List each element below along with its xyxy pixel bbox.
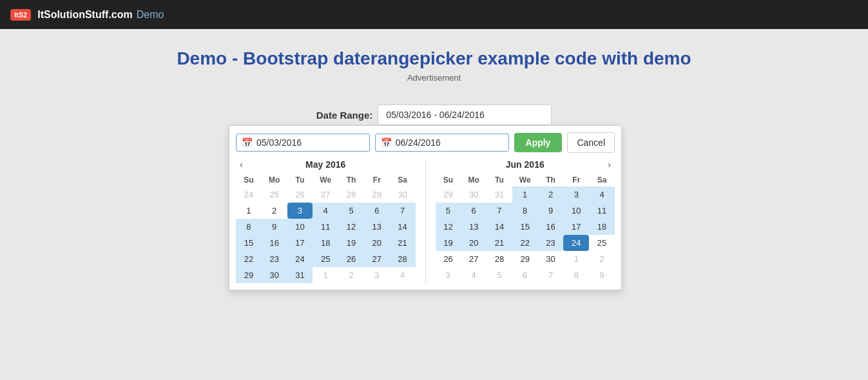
calendar-day[interactable]: 10 <box>563 203 589 219</box>
calendar-day[interactable]: 24 <box>287 251 313 267</box>
calendar-day[interactable]: 21 <box>487 235 512 251</box>
calendar-day[interactable]: 17 <box>287 235 313 251</box>
calendar-day[interactable]: 20 <box>364 235 390 251</box>
calendar-day[interactable]: 22 <box>236 251 262 267</box>
calendar-day[interactable]: 28 <box>390 251 416 267</box>
calendar-week-row: 15161718192021 <box>236 235 416 251</box>
calendar-day[interactable]: 16 <box>262 235 287 251</box>
start-date-value: 05/03/2016 <box>256 137 302 148</box>
calendar-day[interactable]: 4 <box>589 186 615 203</box>
calendar-day[interactable]: 11 <box>589 203 615 219</box>
calendar-divider <box>425 159 426 283</box>
calendar-day[interactable]: 4 <box>313 203 338 219</box>
calendar-day[interactable]: 18 <box>589 219 615 235</box>
calendar-day[interactable]: 16 <box>538 219 564 235</box>
calendar-day: 29 <box>436 186 461 203</box>
calendar-day[interactable]: 2 <box>538 186 564 203</box>
day-header: Mo <box>262 174 287 186</box>
calendar-day[interactable]: 15 <box>236 235 262 251</box>
day-header: Su <box>236 174 262 186</box>
calendar-day[interactable]: 6 <box>461 203 487 219</box>
calendar-day[interactable]: 8 <box>512 203 538 219</box>
day-header: We <box>313 174 338 186</box>
calendar-day[interactable]: 26 <box>436 251 461 267</box>
calendar-day[interactable]: 12 <box>338 219 364 235</box>
calendar-day: 25 <box>262 186 287 203</box>
calendar-day[interactable]: 29 <box>512 251 538 267</box>
calendar-day[interactable]: 24 <box>563 235 589 251</box>
calendar-day[interactable]: 11 <box>313 219 338 235</box>
calendar-day[interactable]: 2 <box>262 203 287 219</box>
calendar-week-row: 12131415161718 <box>436 219 615 235</box>
day-header: Tu <box>487 174 512 186</box>
jun-calendar-title: Jun 2016 <box>506 159 545 170</box>
may-calendar-title: May 2016 <box>305 159 345 170</box>
day-header: Th <box>538 174 564 186</box>
calendar-day[interactable]: 13 <box>364 219 390 235</box>
calendar-day[interactable]: 22 <box>512 235 538 251</box>
calendar-day[interactable]: 3 <box>563 186 589 203</box>
calendar-day[interactable]: 23 <box>538 235 564 251</box>
date-range-row: Date Range: <box>0 105 868 125</box>
calendar-day[interactable]: 12 <box>436 219 461 235</box>
advertisement-text: Advertisement <box>13 73 855 83</box>
calendar-day[interactable]: 7 <box>390 203 416 219</box>
calendar-day[interactable]: 25 <box>313 251 338 267</box>
next-month-button[interactable]: › <box>604 159 615 170</box>
calendar-week-row: 19202122232425 <box>436 235 615 251</box>
calendar-day[interactable]: 1 <box>236 203 262 219</box>
apply-button[interactable]: Apply <box>514 133 563 152</box>
date-range-input[interactable] <box>378 105 552 125</box>
calendar-day[interactable]: 27 <box>461 251 487 267</box>
prev-month-button[interactable]: ‹ <box>236 159 247 170</box>
calendar-day[interactable]: 23 <box>262 251 287 267</box>
calendar-day: 31 <box>487 186 512 203</box>
calendar-day[interactable]: 20 <box>461 235 487 251</box>
calendar-day[interactable]: 28 <box>487 251 512 267</box>
navbar: ItS2 ItSolutionStuff.com Demo <box>0 0 868 29</box>
calendar-day[interactable]: 5 <box>436 203 461 219</box>
calendar-icon-start: 📅 <box>242 137 253 148</box>
calendar-day[interactable]: 19 <box>436 235 461 251</box>
cancel-button[interactable]: Cancel <box>567 132 615 153</box>
calendar-day[interactable]: 31 <box>287 267 313 283</box>
calendar-day[interactable]: 17 <box>563 219 589 235</box>
calendar-day[interactable]: 29 <box>236 267 262 283</box>
calendar-day: 30 <box>461 186 487 203</box>
calendar-day: 5 <box>487 267 512 283</box>
calendar-day[interactable]: 9 <box>538 203 564 219</box>
calendar-day: 24 <box>236 186 262 203</box>
calendar-week-row: 567891011 <box>436 203 615 219</box>
date-picker-dropdown: 📅 05/03/2016 📅 06/24/2016 Apply Cancel ‹… <box>229 125 622 290</box>
calendar-day[interactable]: 30 <box>538 251 564 267</box>
calendar-day[interactable]: 21 <box>390 235 416 251</box>
calendar-icon-end: 📅 <box>381 137 392 148</box>
day-header: Su <box>436 174 461 186</box>
calendar-day[interactable]: 25 <box>589 235 615 251</box>
calendar-day[interactable]: 6 <box>364 203 390 219</box>
calendar-day: 29 <box>364 186 390 203</box>
calendar-day[interactable]: 30 <box>262 267 287 283</box>
calendar-day: 6 <box>512 267 538 283</box>
start-date-field[interactable]: 📅 05/03/2016 <box>236 134 370 152</box>
calendar-day[interactable]: 9 <box>262 219 287 235</box>
day-header: Mo <box>461 174 487 186</box>
calendar-day[interactable]: 27 <box>364 251 390 267</box>
calendar-day[interactable]: 7 <box>487 203 512 219</box>
end-date-field[interactable]: 📅 06/24/2016 <box>375 134 509 152</box>
calendar-day[interactable]: 1 <box>512 186 538 203</box>
calendar-day: 1 <box>313 267 338 283</box>
calendar-day[interactable]: 14 <box>390 219 416 235</box>
calendar-day[interactable]: 19 <box>338 235 364 251</box>
end-date-value: 06/24/2016 <box>396 137 441 148</box>
calendar-day[interactable]: 18 <box>313 235 338 251</box>
calendar-day[interactable]: 3 <box>287 203 313 219</box>
calendar-day[interactable]: 26 <box>338 251 364 267</box>
calendar-day[interactable]: 10 <box>287 219 313 235</box>
calendar-day[interactable]: 8 <box>236 219 262 235</box>
calendar-day[interactable]: 5 <box>338 203 364 219</box>
calendar-day[interactable]: 14 <box>487 219 512 235</box>
calendar-day[interactable]: 13 <box>461 219 487 235</box>
day-header: Th <box>338 174 364 186</box>
calendar-day[interactable]: 15 <box>512 219 538 235</box>
